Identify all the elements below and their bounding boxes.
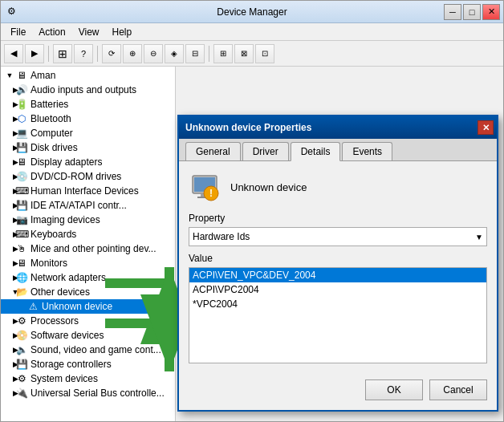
tab-events[interactable]: Events [342,142,392,160]
root-label: Aman [30,70,55,81]
processors-icon: ⚙ [15,314,28,327]
other-expander: ▼ [4,286,15,298]
device-header: ! Unknown device [189,171,487,203]
tree-hid[interactable]: ▶ ⌨ Human Interface Devices [1,184,175,198]
maximize-button[interactable]: □ [463,4,481,20]
help-button[interactable]: ? [74,44,93,63]
bluetooth-label: Bluetooth [30,113,71,124]
cancel-button[interactable]: Cancel [429,379,487,400]
value-item-2[interactable]: *VPC2004 [189,297,486,311]
dvd-icon: 💿 [15,170,28,183]
menu-help[interactable]: Help [106,25,139,39]
property-dropdown-value: Hardware Ids [193,231,250,242]
window-title: Device Manager [217,6,287,18]
forward-button[interactable]: ▶ [25,44,44,63]
dialog-buttons: OK Cancel [179,373,497,410]
tree-unknown-device[interactable]: ⚠ Unknown device [1,299,175,314]
tab-driver[interactable]: Driver [242,142,289,160]
tree-usb[interactable]: ▶ 🔌 Universal Serial Bus controlle... [1,386,175,400]
tree-imaging[interactable]: ▶ 📷 Imaging devices [1,213,175,227]
tree-monitors[interactable]: ▶ 🖥 Monitors [1,256,175,270]
tool-btn-3[interactable]: ⊕ [123,44,142,63]
tool-btn-9[interactable]: ⊡ [255,44,274,63]
tree-other[interactable]: ▼ 📂 Other devices [1,285,175,299]
expand-icon: ▼ [4,70,15,81]
content-area: ▼ 🖥 Aman ▶ 🔊 Audio inputs and outputs ▶ … [1,67,503,421]
audio-label: Audio inputs and outputs [30,84,136,95]
device-tree[interactable]: ▼ 🖥 Aman ▶ 🔊 Audio inputs and outputs ▶ … [1,67,176,421]
value-item-1[interactable]: ACPI\VPC2004 [189,282,486,297]
dialog-title-text: Unknown device Properties [185,122,311,133]
tree-system[interactable]: ▶ ⚙ System devices [1,371,175,386]
tree-batteries[interactable]: ▶ 🔋 Batteries [1,97,175,112]
properties-dialog: Unknown device Properties ✕ General Driv… [177,115,498,412]
value-list[interactable]: ACPI\VEN_VPC&DEV_2004 ACPI\VPC2004 *VPC2… [189,267,487,363]
audio-icon: 🔊 [15,83,28,96]
sound-icon: 🔈 [15,343,28,356]
usb-expander: ▶ [4,388,15,399]
tool-btn-5[interactable]: ◈ [165,44,184,63]
ok-button[interactable]: OK [365,379,423,400]
tree-root[interactable]: ▼ 🖥 Aman [1,68,175,83]
scan-button[interactable]: ⟳ [102,44,121,63]
tree-processors[interactable]: ▶ ⚙ Processors [1,314,175,328]
computer-expander: ▶ [4,128,15,139]
software-icon: 📀 [15,329,28,342]
dropdown-arrow-icon: ▼ [475,233,483,241]
system-label: System devices [30,373,98,384]
mice-icon: 🖱 [15,242,28,255]
toolbar-separator-2 [97,46,98,62]
bluetooth-icon: ⬡ [15,112,28,125]
dialog-tabs: General Driver Details Events [179,139,497,161]
system-icon: ⚙ [15,372,28,385]
ide-icon: 💾 [15,199,28,212]
tab-details[interactable]: Details [291,142,341,161]
app-icon: ⚙ [7,6,20,18]
tree-mice[interactable]: ▶ 🖱 Mice and other pointing dev... [1,241,175,256]
properties-button[interactable]: ⊞ [53,44,72,63]
tree-sound[interactable]: ▶ 🔈 Sound, video and game cont... [1,343,175,357]
keyboards-icon: ⌨ [15,228,28,241]
tool-btn-7[interactable]: ⊞ [213,44,233,63]
sound-label: Sound, video and game cont... [30,344,161,355]
tree-bluetooth[interactable]: ▶ ⬡ Bluetooth [1,112,175,126]
network-label: Network adapters [30,272,106,283]
storage-icon: 💾 [15,358,28,371]
tree-ide[interactable]: ▶ 💾 IDE ATA/ATAPI contr... [1,198,175,213]
value-label: Value [189,253,487,264]
dialog-close-button[interactable]: ✕ [478,120,494,135]
usb-label: Universal Serial Bus controlle... [30,388,165,399]
tool-btn-8[interactable]: ⊠ [234,44,254,63]
menu-view[interactable]: View [72,25,106,39]
tab-general[interactable]: General [185,142,241,160]
tool-btn-4[interactable]: ⊖ [144,44,163,63]
tree-dvd[interactable]: ▶ 💿 DVD/CD-ROM drives [1,169,175,184]
property-dropdown[interactable]: Hardware Ids ▼ [189,227,487,246]
mice-label: Mice and other pointing dev... [30,243,156,254]
tree-audio[interactable]: ▶ 🔊 Audio inputs and outputs [1,83,175,97]
imaging-label: Imaging devices [30,214,100,225]
usb-icon: 🔌 [15,387,28,400]
batteries-icon: 🔋 [15,98,28,111]
tool-btn-6[interactable]: ⊟ [185,44,205,63]
tree-software[interactable]: ▶ 📀 Software devices [1,328,175,343]
value-item-0[interactable]: ACPI\VEN_VPC&DEV_2004 [189,268,486,282]
mice-expander: ▶ [4,243,15,254]
batteries-label: Batteries [30,99,68,110]
tree-disk[interactable]: ▶ 💾 Disk drives [1,140,175,155]
tree-keyboards[interactable]: ▶ ⌨ Keyboards [1,227,175,241]
tree-network[interactable]: ▶ 🌐 Network adapters [1,270,175,285]
tree-display[interactable]: ▶ 🖥 Display adapters [1,155,175,169]
menu-file[interactable]: File [4,25,32,39]
system-expander: ▶ [4,373,15,384]
dvd-expander: ▶ [4,171,15,182]
minimize-button[interactable]: ─ [444,4,461,20]
close-button[interactable]: ✕ [482,4,500,20]
tree-computer[interactable]: ▶ 💻 Computer [1,126,175,140]
hid-expander: ▶ [4,185,15,197]
tree-storage[interactable]: ▶ 💾 Storage controllers [1,357,175,371]
imaging-icon: 📷 [15,213,28,226]
storage-label: Storage controllers [30,359,112,370]
back-button[interactable]: ◀ [4,44,23,63]
menu-action[interactable]: Action [32,25,71,39]
